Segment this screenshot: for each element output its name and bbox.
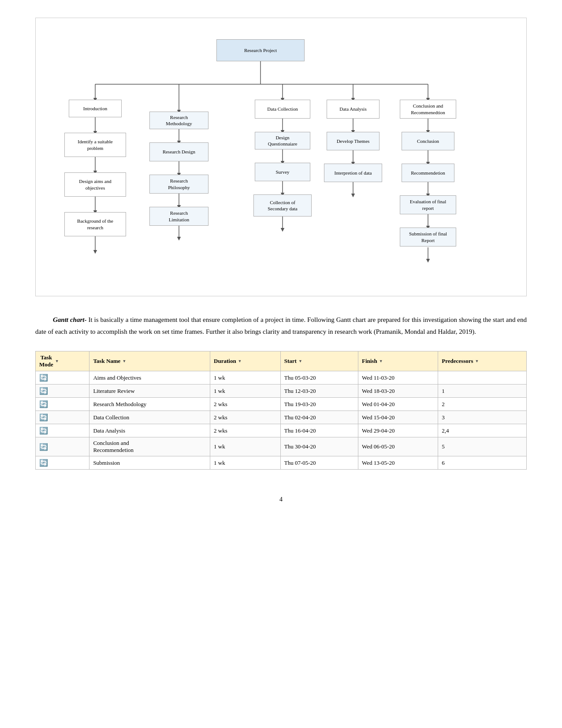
task-name-cell: Literature Review — [89, 385, 210, 398]
finish-dropdown-icon: ▼ — [379, 359, 383, 363]
task-name-cell: Data Collection — [89, 411, 210, 424]
start-cell: Thu 02-04-20 — [280, 411, 358, 424]
start-cell: Thu 07-05-20 — [280, 456, 358, 470]
finish-cell: Wed 29-04-20 — [358, 424, 438, 437]
task-mode-dropdown-icon: ▼ — [55, 359, 59, 363]
diagram-lines — [45, 31, 517, 287]
task-name-cell: Submission — [89, 456, 210, 470]
task-mode-cell: 🔄 — [36, 385, 89, 398]
box-research-limitation: Research Limitation — [149, 207, 208, 226]
box-data-collection: Data Collection — [255, 100, 310, 119]
task-mode-icon: 🔄 — [39, 426, 48, 435]
task-mode-cell: 🔄 — [36, 371, 89, 385]
box-identify-problem: Identify a suitable problem — [64, 133, 126, 157]
gantt-description: Gantt chart- It is basically a time mana… — [35, 314, 527, 338]
start-cell: Thu 30-04-20 — [280, 437, 358, 456]
gantt-table: TaskMode ▼ Task Name ▼ Duration ▼ Start — [35, 351, 527, 470]
task-name-cell: Conclusion and Recommendetion — [89, 437, 210, 456]
predecessors-cell: 2,4 — [438, 424, 527, 437]
box-collection-secondary: Collection of Secondary data — [253, 194, 312, 217]
box-recommendetion: Recommendetion — [402, 164, 454, 182]
duration-cell: 1 wk — [210, 371, 281, 385]
task-mode-cell: 🔄 — [36, 411, 89, 424]
finish-cell: Wed 13-05-20 — [358, 456, 438, 470]
task-mode-icon: 🔄 — [39, 373, 48, 382]
box-submission-final: Submission of final Report — [400, 228, 456, 246]
predecessors-cell — [438, 371, 527, 385]
finish-cell: Wed 15-04-20 — [358, 411, 438, 424]
finish-cell: Wed 11-03-20 — [358, 371, 438, 385]
task-name-cell: Aims and Objectives — [89, 371, 210, 385]
table-row: 🔄Submission1 wkThu 07-05-20Wed 13-05-206 — [36, 456, 527, 470]
box-evaluation-final: Evaluation of final report — [400, 195, 456, 214]
table-row: 🔄Data Collection2 wksThu 02-04-20Wed 15-… — [36, 411, 527, 424]
table-row: 🔄Aims and Objectives1 wkThu 05-03-20Wed … — [36, 371, 527, 385]
table-row: 🔄Research Methodology2 wksThu 19-03-20We… — [36, 398, 527, 411]
box-conclusion: Conclusion — [402, 132, 454, 150]
duration-cell: 1 wk — [210, 437, 281, 456]
task-mode-icon: 🔄 — [39, 400, 48, 408]
box-conclusion-rec: Conclusion and Recommenedtion — [400, 100, 456, 119]
table-row: 🔄Data Analysis2 wksThu 16-04-20Wed 29-04… — [36, 424, 527, 437]
box-design-aims: Design aims and objectives — [64, 172, 126, 197]
predecessors-cell: 3 — [438, 411, 527, 424]
table-row: 🔄Literature Review1 wkThu 12-03-20Wed 18… — [36, 385, 527, 398]
duration-cell: 1 wk — [210, 456, 281, 470]
table-row: 🔄Conclusion and Recommendetion1 wkThu 30… — [36, 437, 527, 456]
box-background-research: Background of the research — [64, 212, 126, 236]
th-task-mode[interactable]: TaskMode ▼ — [36, 351, 89, 371]
th-task-name[interactable]: Task Name ▼ — [89, 351, 210, 371]
box-research-philosophy: Research Philosophy — [149, 175, 208, 194]
predecessors-cell: 1 — [438, 385, 527, 398]
box-research-design: Research Design — [149, 142, 208, 161]
research-diagram: Research Project Introduction Identify a… — [35, 18, 527, 296]
finish-cell: Wed 01-04-20 — [358, 398, 438, 411]
th-predecessors[interactable]: Predecessors ▼ — [438, 351, 527, 371]
start-cell: Thu 05-03-20 — [280, 371, 358, 385]
task-name-cell: Research Methodology — [89, 398, 210, 411]
th-duration[interactable]: Duration ▼ — [210, 351, 281, 371]
task-name-cell: Data Analysis — [89, 424, 210, 437]
task-mode-icon: 🔄 — [39, 459, 48, 467]
finish-cell: Wed 06-05-20 — [358, 437, 438, 456]
box-interpretion-data: Interpretion of data — [324, 164, 382, 182]
task-name-dropdown-icon: ▼ — [122, 359, 126, 363]
predecessors-cell: 5 — [438, 437, 527, 456]
diagram-inner: Research Project Introduction Identify a… — [45, 31, 517, 287]
th-finish[interactable]: Finish ▼ — [358, 351, 438, 371]
box-data-analysis: Data Analysis — [327, 100, 380, 119]
box-research-methodology: Research Methodology — [149, 112, 208, 129]
predecessors-dropdown-icon: ▼ — [475, 359, 479, 363]
finish-cell: Wed 18-03-20 — [358, 385, 438, 398]
task-mode-cell: 🔄 — [36, 424, 89, 437]
duration-cell: 2 wks — [210, 424, 281, 437]
page-number: 4 — [35, 496, 527, 503]
start-dropdown-icon: ▼ — [298, 359, 302, 363]
task-mode-cell: 🔄 — [36, 456, 89, 470]
duration-cell: 1 wk — [210, 385, 281, 398]
start-cell: Thu 12-03-20 — [280, 385, 358, 398]
task-mode-icon: 🔄 — [39, 443, 48, 451]
predecessors-cell: 2 — [438, 398, 527, 411]
duration-cell: 2 wks — [210, 398, 281, 411]
box-design-questionnaire: Design Questionnaiare — [255, 132, 310, 149]
duration-cell: 2 wks — [210, 411, 281, 424]
th-start[interactable]: Start ▼ — [280, 351, 358, 371]
box-survey: Survey — [255, 163, 310, 181]
task-mode-cell: 🔄 — [36, 437, 89, 456]
start-cell: Thu 16-04-20 — [280, 424, 358, 437]
duration-dropdown-icon: ▼ — [238, 359, 242, 363]
task-mode-cell: 🔄 — [36, 398, 89, 411]
box-research-project: Research Project — [216, 39, 305, 61]
predecessors-cell: 6 — [438, 456, 527, 470]
task-mode-icon: 🔄 — [39, 387, 48, 395]
start-cell: Thu 19-03-20 — [280, 398, 358, 411]
task-mode-icon: 🔄 — [39, 413, 48, 422]
box-introduction: Introduction — [69, 100, 122, 117]
box-develop-themes: Develop Themes — [327, 132, 380, 150]
